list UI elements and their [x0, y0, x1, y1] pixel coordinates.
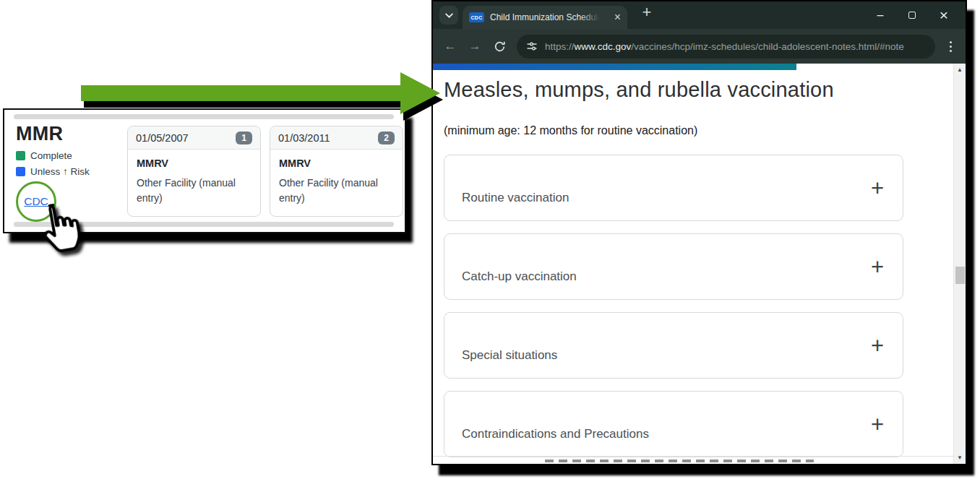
accordion-item[interactable]: Catch-up vaccination + [444, 233, 903, 300]
scrollbar-thumb[interactable] [955, 267, 965, 284]
back-button[interactable]: ← [440, 36, 460, 56]
legend-label-complete: Complete [30, 150, 72, 161]
accordion-label: Contraindications and Precautions [462, 427, 649, 441]
browser-toolbar: ← → https://www.cdc.gov/vaccines/hcp/imz… [433, 29, 966, 64]
reload-icon [494, 40, 506, 53]
address-bar[interactable]: https://www.cdc.gov/vaccines/hcp/imz-sch… [517, 35, 935, 59]
url-text: https://www.cdc.gov/vaccines/hcp/imz-sch… [545, 41, 926, 52]
clipped-content-edge [545, 459, 814, 462]
forward-button[interactable]: → [465, 36, 485, 56]
reload-button[interactable] [489, 36, 510, 56]
legend-item-complete: Complete [16, 150, 90, 161]
dose-vaccine-name: MMRV [137, 157, 252, 169]
page-content: Measles, mumps, and rubella vaccination … [433, 64, 966, 464]
maximize-icon [908, 12, 916, 19]
cdc-favicon-icon: CDC [469, 12, 484, 22]
new-tab-button[interactable]: + [638, 3, 656, 22]
chevron-down-icon [445, 13, 453, 18]
scroll-up-arrow[interactable]: ▲ [954, 66, 966, 73]
tab-close-button[interactable]: × [614, 12, 621, 23]
window-controls: – × [864, 1, 960, 28]
dose-number-badge: 2 [378, 131, 395, 144]
tab-bar: CDC Child Immunization Schedule N × + – … [433, 1, 966, 29]
accordion-item[interactable]: Special situations + [444, 312, 903, 379]
dose-card[interactable]: 01/03/2011 2 MMRV Other Facility (manual… [270, 126, 403, 217]
legend-item-risk: Unless ↑ Risk [16, 166, 90, 177]
legend-label-risk: Unless ↑ Risk [30, 166, 90, 177]
plus-icon: + [871, 177, 884, 199]
accordion-label: Catch-up vaccination [462, 269, 577, 284]
close-button[interactable]: × [928, 1, 960, 28]
plus-icon: + [871, 413, 884, 436]
legend-swatch-risk [16, 167, 25, 176]
accordion-list: Routine vaccination + Catch-up vaccinati… [444, 155, 903, 464]
dose-card-body: MMRV Other Facility (manual entry) [270, 150, 403, 214]
url-scheme: https:// [545, 41, 575, 52]
site-header-gradient-bar [433, 64, 796, 70]
browser-menu-button[interactable] [942, 41, 958, 52]
next-section-divider [433, 456, 953, 457]
cursor-hand-icon [32, 198, 87, 259]
dose-card-list: 01/05/2007 1 MMRV Other Facility (manual… [127, 126, 403, 217]
dose-vaccine-name: MMRV [279, 157, 394, 169]
minimum-age-note: (minimum age: 12 months for routine vacc… [444, 124, 697, 137]
dose-card[interactable]: 01/05/2007 1 MMRV Other Facility (manual… [127, 126, 261, 217]
dose-source: Other Facility (manual entry) [279, 176, 391, 206]
dose-number-badge: 1 [236, 131, 252, 144]
annotation-arrow [77, 69, 445, 129]
page-scrollbar[interactable]: ▲ ▼ [953, 64, 966, 464]
dose-card-header: 01/03/2011 2 [270, 126, 403, 150]
site-settings-icon [526, 40, 538, 52]
dose-date: 01/05/2007 [136, 132, 189, 144]
url-path: /vaccines/hcp/imz-schedules/child-adoles… [631, 41, 903, 52]
page-title: Measles, mumps, and rubella vaccination [444, 78, 834, 102]
dose-card-body: MMRV Other Facility (manual entry) [128, 150, 260, 214]
accordion-label: Routine vaccination [462, 191, 569, 205]
maximize-button[interactable] [896, 1, 928, 28]
scroll-down-arrow[interactable]: ▼ [954, 454, 966, 461]
tab-search-button[interactable] [439, 6, 458, 25]
accordion-label: Special situations [462, 348, 557, 363]
browser-window: CDC Child Immunization Schedule N × + – … [431, 0, 967, 465]
tab-child-immunization-schedule[interactable]: CDC Child Immunization Schedule N × [463, 6, 627, 29]
minimize-button[interactable]: – [864, 1, 896, 28]
screenshot-stage: MMR Complete Unless ↑ Risk CDC 01/05/200… [0, 0, 980, 479]
accordion-item[interactable]: Routine vaccination + [444, 155, 903, 221]
tab-title: Child Immunization Schedule N [490, 12, 600, 22]
accordion-item[interactable]: Contraindications and Precautions + [444, 391, 903, 457]
plus-icon: + [871, 256, 884, 278]
dose-card-header: 01/05/2007 1 [128, 126, 260, 150]
mmr-summary-column: MMR Complete Unless ↑ Risk [16, 123, 90, 177]
dose-source: Other Facility (manual entry) [137, 176, 249, 206]
url-domain: www.cdc.gov [575, 41, 632, 52]
plus-icon: + [871, 335, 884, 357]
dose-date: 01/03/2011 [278, 132, 330, 144]
legend-swatch-complete [16, 151, 25, 160]
